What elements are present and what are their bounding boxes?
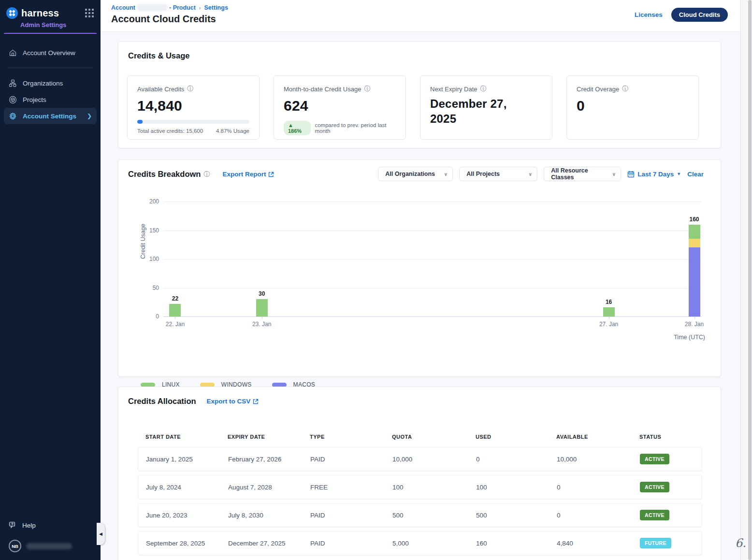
export-report-link[interactable]: Export Report [222, 171, 274, 178]
user-name-redacted [26, 543, 72, 549]
x-axis-tick-label: 28. Jan [685, 321, 704, 328]
date-range-picker[interactable]: Last 7 Days ▼ [627, 171, 681, 178]
harness-logo-icon[interactable] [6, 7, 18, 19]
table-row: September 28, 2025December 27, 2025PAID5… [138, 531, 702, 555]
x-axis-tick-label: 22. Jan [166, 321, 185, 328]
chart-bar-23-jan [256, 201, 268, 316]
sidebar-divider [8, 68, 93, 68]
bar-segment-linux [603, 307, 615, 316]
chart-plot-area: 0501001502002222. Jan3023. Jan1627. Jan1… [163, 201, 701, 316]
credits-breakdown-title: Credits Breakdown [128, 170, 201, 179]
clear-filters-button[interactable]: Clear [687, 171, 704, 178]
user-account-row[interactable]: NB [0, 534, 101, 560]
scrollbar[interactable] [748, 0, 752, 560]
next-expiry-card: Next Expiry Date ⓘ December 27, 2025 [420, 75, 552, 140]
info-icon[interactable]: ⓘ [622, 85, 628, 93]
sidebar: harness Admin Settings Account Overview [0, 0, 101, 560]
credits-progress-fill [137, 120, 143, 124]
sidebar-item-label: Projects [23, 96, 46, 103]
x-axis-label: Time (UTC) [674, 334, 705, 341]
avatar: NB [9, 540, 21, 552]
credits-usage-card: Credits & Usage Available Credits ⓘ 14,8… [118, 41, 721, 148]
resource-classes-select[interactable]: All Resource Classes ∨ [544, 167, 621, 181]
projects-select[interactable]: All Projects ∨ [459, 167, 537, 181]
column-header: START DATE [138, 434, 220, 440]
column-header: AVAILABLE [549, 434, 632, 440]
sidebar-collapse-handle[interactable]: ◀ [97, 523, 105, 545]
help-icon: ? [9, 521, 17, 529]
credits-allocation-card: Credits Allocation Export to CSV START D… [118, 387, 721, 560]
cell-used: 0 [468, 456, 549, 463]
apps-grid-icon[interactable] [85, 9, 94, 17]
cell-available: 0 [549, 512, 632, 519]
sidebar-item-label: Account Settings [23, 113, 76, 120]
module-label: Admin Settings [20, 21, 101, 29]
y-axis-label: Credit Usage [140, 224, 146, 259]
x-axis-tick [262, 316, 262, 319]
projects-select-value: All Projects [466, 171, 500, 177]
export-csv-link[interactable]: Export to CSV [207, 398, 259, 405]
breadcrumb-separator: › [199, 5, 201, 11]
mtd-usage-card: Month-to-date Credit Usage ⓘ 624 ▲ 186% … [274, 75, 406, 140]
page-header: Account - Product › Settings Account Clo… [101, 0, 752, 32]
next-expiry-label: Next Expiry Date [430, 86, 477, 93]
organizations-select[interactable]: All Organizations ∨ [378, 167, 453, 181]
sidebar-item-account-settings[interactable]: Account Settings ❯ [4, 108, 97, 124]
sidebar-item-organizations[interactable]: Organizations [4, 75, 97, 91]
cell-start-date: September 28, 2025 [138, 540, 220, 547]
chart-gridline [163, 201, 701, 202]
usage-percent: 4.87% Usage [216, 128, 249, 134]
info-icon[interactable]: ⓘ [364, 85, 370, 93]
sidebar-item-projects[interactable]: Projects [4, 91, 97, 108]
allocation-table-header: START DATEEXPIRY DATETYPEQUOTAUSEDAVAILA… [138, 430, 702, 444]
help-button[interactable]: ? Help [0, 517, 101, 534]
status-badge: ACTIVE [640, 482, 669, 492]
info-icon[interactable]: ⓘ [187, 85, 193, 93]
cloud-credits-button[interactable]: Cloud Credits [671, 8, 728, 22]
y-axis-tick: 200 [149, 198, 159, 205]
module-underline [4, 33, 97, 34]
cell-expiry-date: August 7, 2028 [220, 484, 303, 491]
export-csv-label: Export to CSV [207, 398, 251, 405]
info-icon[interactable]: ⓘ [480, 85, 487, 93]
cell-quota: 100 [385, 484, 468, 491]
credits-allocation-title: Credits Allocation [128, 397, 196, 406]
breadcrumb-product-link[interactable]: - Product [169, 4, 196, 11]
annotation-artifact: 6. [735, 536, 746, 550]
gear-icon [9, 112, 17, 120]
next-expiry-value: December 27, 2025 [430, 97, 527, 126]
info-icon[interactable]: ⓘ [203, 170, 210, 179]
licenses-link[interactable]: Licenses [635, 11, 663, 18]
svg-text:?: ? [11, 522, 13, 526]
help-label: Help [22, 522, 36, 529]
cell-expiry-date: July 8, 2030 [220, 512, 303, 519]
column-header: USED [468, 434, 549, 440]
x-axis-tick-label: 27. Jan [599, 321, 618, 328]
credits-breakdown-card: Credits Breakdown ⓘ Export Report All Or… [118, 159, 721, 377]
breadcrumb-settings-link[interactable]: Settings [204, 4, 228, 11]
credit-overage-card: Credit Overage ⓘ 0 [566, 75, 699, 140]
chevron-down-icon: ∨ [612, 172, 616, 177]
x-axis-tick [609, 316, 609, 319]
column-header: STATUS [632, 434, 702, 440]
brand-name: harness [21, 8, 59, 19]
chart-gridline [163, 288, 701, 288]
cell-used: 500 [468, 512, 549, 519]
cell-expiry-date: December 27, 2025 [220, 540, 303, 547]
cell-start-date: January 1, 2025 [138, 456, 220, 463]
bar-segment-macos [689, 247, 700, 316]
account-cloud-credits-page: harness Admin Settings Account Overview [0, 0, 752, 560]
sidebar-item-account-overview[interactable]: Account Overview [4, 44, 97, 61]
status-badge: ACTIVE [640, 510, 669, 520]
breadcrumb-account-link[interactable]: Account [111, 4, 135, 11]
cell-type: FREE [303, 484, 385, 491]
column-header: TYPE [302, 434, 384, 440]
breadcrumb-redacted-segment [137, 4, 168, 11]
page-title: Account Cloud Credits [111, 14, 216, 25]
bar-value-label: 30 [259, 290, 265, 297]
table-row: June 20, 2023July 8, 2030PAID5005000ACTI… [138, 503, 702, 527]
cell-expiry-date: February 27, 2026 [220, 456, 303, 463]
y-axis-tick: 100 [149, 256, 159, 262]
chart-gridline [163, 230, 701, 231]
status-badge: ACTIVE [640, 454, 669, 464]
